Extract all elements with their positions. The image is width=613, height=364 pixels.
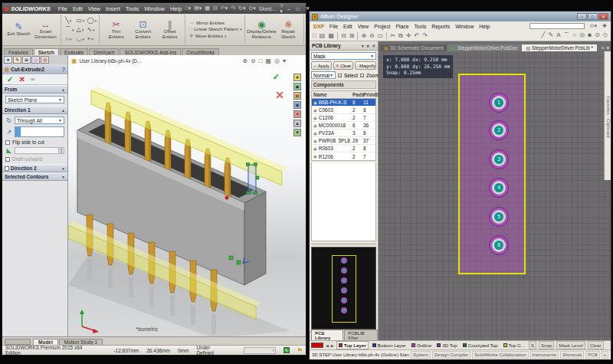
circle-tool[interactable]: ◯▾: [87, 16, 97, 25]
zoom-area-icon[interactable]: ▭: [378, 32, 384, 39]
display-delete-relations-button[interactable]: ◉ Display/Delete Relations: [249, 20, 274, 39]
layer-tab-courtyard-top[interactable]: Courtyard Top: [461, 342, 500, 349]
help-icon[interactable]: ?▾: [280, 3, 283, 15]
appearance-icon[interactable]: ★: [293, 74, 301, 81]
scroll-left-icon[interactable]: ◀: [326, 343, 329, 348]
arc-tool[interactable]: ⌒▾: [65, 25, 74, 34]
sketch-quick-label[interactable]: Sketc...: [259, 6, 277, 11]
pad-6[interactable]: 6: [489, 235, 509, 255]
rectangle-tool[interactable]: ▭▾: [77, 16, 85, 25]
line-tool[interactable]: ╲▾: [65, 16, 74, 25]
table-row[interactable]: ▣C0603 28: [312, 107, 375, 114]
mirror-entities-button[interactable]: ⇔ Mirror Entities: [189, 20, 242, 25]
menu-edit[interactable]: Edit: [343, 24, 352, 29]
sw-maximize-button[interactable]: □: [295, 6, 301, 11]
zoom-out-icon[interactable]: ⊖: [369, 32, 375, 39]
cancel-button[interactable]: ✕: [18, 75, 25, 84]
tab-dimxpert[interactable]: DimXpert: [89, 48, 119, 55]
confirmation-cancel-icon[interactable]: ✕: [275, 89, 284, 101]
table-row[interactable]: ▣PWR08_5PL8 2937: [312, 137, 375, 145]
menu-insert[interactable]: Insert: [106, 5, 120, 12]
display-style-icon[interactable]: ▦: [265, 57, 271, 64]
panel-side-tab[interactable]: Favorites · Clipboard: [604, 51, 611, 180]
layer-tab-bottom[interactable]: Bottom Layer: [371, 342, 408, 349]
shortcuts-button[interactable]: Shortcuts: [560, 351, 584, 359]
linear-pattern-button[interactable]: ∷ Linear Sketch Pattern ▾: [189, 26, 242, 32]
arc-tool-icon[interactable]: ⌒: [563, 31, 569, 40]
tab-model[interactable]: Model: [33, 339, 58, 345]
new-doc-icon[interactable]: □▾: [185, 5, 191, 11]
snap-button[interactable]: Snap: [539, 341, 554, 349]
pad-5[interactable]: 5: [489, 207, 509, 227]
chevron-down-icon[interactable]: ▾: [362, 44, 364, 48]
redo-icon[interactable]: ↷: [422, 32, 428, 39]
tab-pcblib[interactable]: ▥ StepperMotorDriver.PcbLib *: [522, 44, 596, 51]
ellipse-tool[interactable]: ○▾: [65, 34, 74, 44]
menu-view[interactable]: View: [358, 24, 369, 29]
tab-pcblib-filter[interactable]: PCBLIB Filter: [344, 330, 378, 340]
menu-place[interactable]: Place: [395, 24, 408, 29]
search-input[interactable]: [529, 23, 585, 29]
fillet-tool[interactable]: ◡▾: [77, 34, 85, 44]
layer-tab-top-courtyard[interactable]: Top C...: [502, 342, 526, 349]
pad-2[interactable]: 2: [489, 120, 509, 140]
sw-minimize-button[interactable]: –: [286, 6, 292, 11]
new-icon[interactable]: □: [313, 32, 316, 39]
decal-icon[interactable]: ▤: [293, 92, 301, 100]
repair-sketch-button[interactable]: ※ Repair Sketch: [276, 20, 301, 39]
spline-tool[interactable]: ∿▾: [87, 25, 97, 34]
tab-schematic-document[interactable]: ▤ 3D Schematic Document: [380, 44, 447, 51]
property-manager-tab-icon[interactable]: ✎: [13, 56, 21, 64]
zoom-fit-icon[interactable]: ⊕: [242, 57, 247, 64]
panel-splitter[interactable]: [311, 243, 376, 245]
save-icon[interactable]: ▦: [328, 32, 334, 39]
pad-tool-icon[interactable]: ⊙: [595, 31, 600, 40]
exit-sketch-button[interactable]: ✎ Exit Sketch: [6, 22, 31, 37]
pin-icon[interactable]: ∗: [366, 44, 370, 48]
clear-button[interactable]: ✕Clear: [333, 61, 354, 70]
layer-tab-top[interactable]: Top Layer: [336, 341, 369, 349]
sw-graphics-area[interactable]: ▣ User Library-b6b-ph-4x (D... ⊕ ⊖ □ ▦ ◎…: [68, 55, 306, 336]
view-orientation-icon[interactable]: □: [259, 57, 263, 64]
draft-outward-checkbox[interactable]: Draft outward: [5, 156, 64, 162]
feature-manager-tab-icon[interactable]: ♦: [4, 56, 12, 64]
pad-4[interactable]: 4: [489, 178, 509, 198]
mask-level-button[interactable]: Mask Level: [556, 341, 585, 349]
chevron-down-icon[interactable]: ▾: [283, 57, 286, 64]
direction2-section-header[interactable]: Direction 2 ▼: [2, 164, 67, 172]
from-plane-select[interactable]: Sketch Plane ▼: [5, 96, 64, 103]
layer-tab-3d-top[interactable]: 3D Top: [435, 342, 459, 349]
preview-icon[interactable]: ⊞: [349, 32, 355, 39]
hide-show-icon[interactable]: ◎: [274, 57, 280, 64]
settings-icon[interactable]: ⊙▾: [590, 23, 597, 29]
tab-pcb-library[interactable]: PCB Library: [311, 330, 343, 340]
menu-tools[interactable]: Tools: [126, 5, 139, 12]
dimxpert-tab-icon[interactable]: ◇: [31, 56, 40, 64]
pen-tool-icon[interactable]: ✎: [548, 31, 553, 40]
help-icon[interactable]: ?: [62, 67, 65, 72]
footprint-preview[interactable]: [311, 247, 376, 330]
undo-icon[interactable]: ↶▾: [221, 5, 228, 11]
close-icon[interactable]: ✕: [372, 44, 375, 48]
clear-button[interactable]: Clear: [588, 341, 604, 349]
current-layer-swatch[interactable]: [311, 343, 323, 348]
menu-project[interactable]: Project: [374, 24, 390, 29]
instruments-button[interactable]: Instruments: [530, 351, 559, 359]
tab-solidworks-addins[interactable]: SOLIDWORKS Add-Ins: [120, 48, 181, 55]
zoom-checkbox[interactable]: ✓: [360, 74, 364, 77]
pad-3[interactable]: 3: [489, 149, 509, 169]
copy-icon[interactable]: ⧉: [398, 32, 403, 40]
table-row[interactable]: ▣R0603 28: [312, 145, 375, 152]
cut-icon[interactable]: ✂: [390, 32, 395, 39]
light-icon[interactable]: ☀: [293, 110, 301, 118]
single-layer-button[interactable]: S: [529, 341, 536, 349]
snapshot-icon[interactable]: ▼: [293, 129, 301, 136]
select-icon[interactable]: ✛: [406, 32, 411, 39]
menu-tools[interactable]: Tools: [414, 24, 426, 29]
solidworks-collaboration-button[interactable]: SolidWorks Collaboration: [472, 351, 528, 359]
menu-window[interactable]: Window: [144, 5, 165, 12]
confirmation-accept-icon[interactable]: ✓: [273, 72, 280, 82]
tab-motion-study[interactable]: Motion Study 1: [59, 339, 103, 345]
checkbox-icon[interactable]: [5, 166, 9, 171]
print-icon[interactable]: ⊟: [213, 5, 218, 11]
